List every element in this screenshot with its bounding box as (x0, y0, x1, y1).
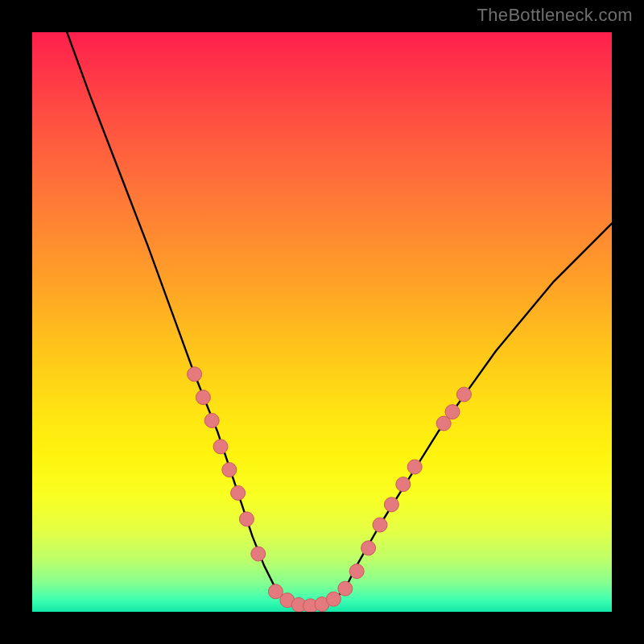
right-marker (384, 497, 398, 512)
left-marker (213, 440, 228, 454)
watermark-text: TheBottleneck.com (477, 5, 633, 26)
plot-area (32, 32, 612, 612)
right-marker (396, 477, 411, 492)
right-marker (361, 541, 376, 555)
floor-marker (338, 581, 353, 596)
left-marker (204, 413, 219, 427)
right-marker (407, 460, 422, 474)
right-marker (445, 405, 460, 419)
left-marker (188, 367, 202, 382)
right-marker (456, 387, 471, 402)
right-marker (373, 518, 387, 532)
left-marker (222, 463, 237, 477)
chart-frame: TheBottleneck.com (0, 0, 644, 644)
chart-svg (32, 32, 612, 612)
bottleneck-curve (67, 32, 612, 606)
floor-marker (349, 564, 364, 579)
floor-marker (326, 592, 341, 606)
marker-layer (188, 367, 472, 612)
left-marker (251, 547, 266, 561)
left-marker (196, 390, 210, 405)
left-marker (239, 512, 254, 526)
left-marker (231, 485, 246, 500)
